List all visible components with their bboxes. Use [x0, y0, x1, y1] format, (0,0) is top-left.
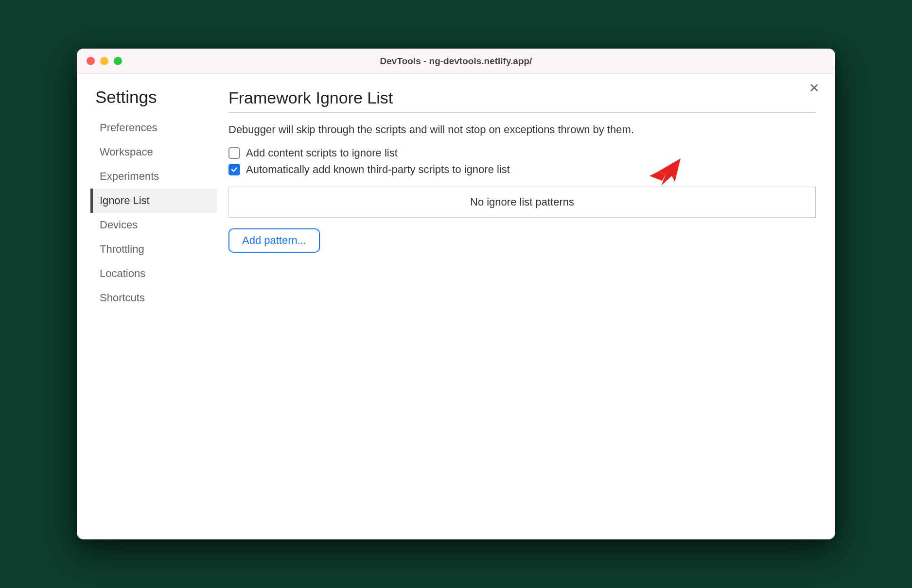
devtools-window: DevTools - ng-devtools.netlify.app/ ✕ Se… [77, 49, 835, 539]
sidebar-item-ignore-list[interactable]: Ignore List [90, 189, 217, 213]
checkbox-row-content-scripts: Add content scripts to ignore list [228, 147, 816, 159]
ignore-list-patterns-box: No ignore list patterns [228, 187, 816, 218]
minimize-window-button[interactable] [100, 57, 108, 65]
sidebar-item-workspace[interactable]: Workspace [90, 140, 217, 164]
sidebar-item-devices[interactable]: Devices [90, 213, 217, 237]
window-title: DevTools - ng-devtools.netlify.app/ [380, 56, 532, 67]
sidebar-item-throttling[interactable]: Throttling [90, 237, 217, 261]
checkbox-label-content-scripts[interactable]: Add content scripts to ignore list [246, 147, 398, 159]
sidebar-item-shortcuts[interactable]: Shortcuts [90, 286, 217, 310]
checkbox-content-scripts[interactable] [228, 147, 240, 159]
sidebar-item-preferences[interactable]: Preferences [90, 116, 217, 140]
checkmark-icon [230, 166, 238, 173]
settings-sidebar: Settings Preferences Workspace Experimen… [90, 87, 217, 520]
checkbox-label-third-party[interactable]: Automatically add known third-party scri… [246, 163, 510, 176]
traffic-lights [87, 57, 122, 65]
page-title: Framework Ignore List [228, 88, 816, 113]
svg-marker-0 [649, 172, 666, 181]
settings-content: ✕ Settings Preferences Workspace Experim… [77, 74, 835, 539]
sidebar-title: Settings [90, 87, 217, 107]
page-description: Debugger will skip through the scripts a… [228, 123, 816, 136]
titlebar: DevTools - ng-devtools.netlify.app/ [77, 49, 835, 74]
sidebar-item-experiments[interactable]: Experiments [90, 164, 217, 189]
checkbox-third-party[interactable] [228, 164, 240, 175]
checkbox-row-third-party: Automatically add known third-party scri… [228, 163, 816, 176]
close-icon[interactable]: ✕ [809, 82, 820, 94]
close-window-button[interactable] [87, 57, 95, 65]
sidebar-list: Preferences Workspace Experiments Ignore… [90, 116, 217, 310]
sidebar-item-locations[interactable]: Locations [90, 261, 217, 286]
maximize-window-button[interactable] [114, 57, 122, 65]
add-pattern-button[interactable]: Add pattern... [228, 228, 320, 253]
settings-main: Framework Ignore List Debugger will skip… [217, 87, 816, 520]
